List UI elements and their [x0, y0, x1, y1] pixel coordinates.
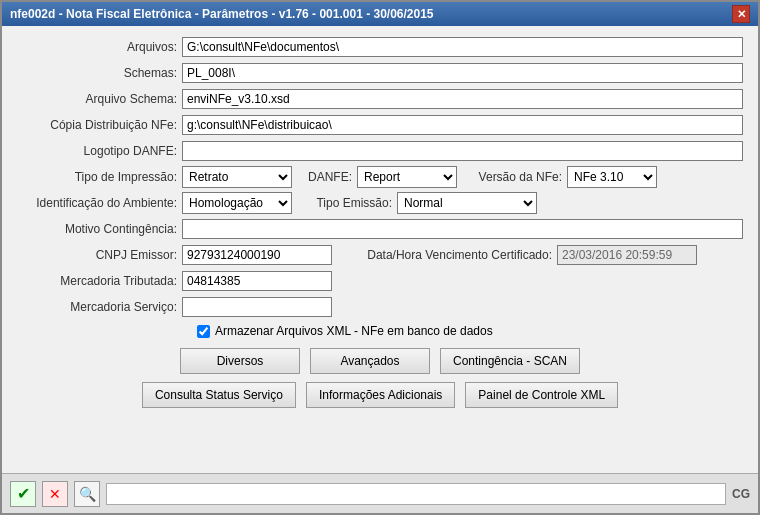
title-bar: nfe002d - Nota Fiscal Eletrônica - Parâm… — [2, 2, 758, 26]
versao-nfe-select[interactable]: NFe 3.10 NFe 4.00 — [567, 166, 657, 188]
id-ambiente-label: Identificação do Ambiente: — [17, 196, 177, 210]
mercadoria-tributada-label: Mercadoria Tributada: — [17, 274, 177, 288]
armazenar-label: Armazenar Arquivos XML - NFe em banco de… — [215, 324, 493, 338]
mercadoria-tributada-row: Mercadoria Tributada: — [17, 270, 743, 292]
main-window: nfe002d - Nota Fiscal Eletrônica - Parâm… — [0, 0, 760, 515]
data-hora-input[interactable] — [557, 245, 697, 265]
arquivo-schema-label: Arquivo Schema: — [17, 92, 177, 106]
logotipo-input[interactable] — [182, 141, 743, 161]
id-ambiente-row: Identificação do Ambiente: Homologação P… — [17, 192, 743, 214]
schemas-row: Schemas: — [17, 62, 743, 84]
tipo-impressao-label: Tipo de Impressão: — [17, 170, 177, 184]
buttons-row-2: Consulta Status Serviço Informações Adic… — [17, 382, 743, 408]
motivo-contingencia-label: Motivo Contingência: — [17, 222, 177, 236]
bottom-input[interactable] — [106, 483, 726, 505]
window-title: nfe002d - Nota Fiscal Eletrônica - Parâm… — [10, 7, 434, 21]
copia-dist-row: Cópia Distribuição NFe: — [17, 114, 743, 136]
informacoes-button[interactable]: Informações Adicionais — [306, 382, 455, 408]
copia-dist-input[interactable] — [182, 115, 743, 135]
close-button[interactable]: ✕ — [732, 5, 750, 23]
mercadoria-tributada-input[interactable] — [182, 271, 332, 291]
armazenar-row: Armazenar Arquivos XML - NFe em banco de… — [17, 324, 743, 338]
logotipo-row: Logotipo DANFE: — [17, 140, 743, 162]
motivo-contingencia-input[interactable] — [182, 219, 743, 239]
cnpj-label: CNPJ Emissor: — [17, 248, 177, 262]
zoom-icon: 🔍 — [79, 486, 96, 502]
schemas-label: Schemas: — [17, 66, 177, 80]
logotipo-label: Logotipo DANFE: — [17, 144, 177, 158]
consulta-status-button[interactable]: Consulta Status Serviço — [142, 382, 296, 408]
zoom-icon-button[interactable]: 🔍 — [74, 481, 100, 507]
arquivos-input[interactable] — [182, 37, 743, 57]
id-ambiente-select[interactable]: Homologação Produção — [182, 192, 292, 214]
cnpj-row: CNPJ Emissor: Data/Hora Vencimento Certi… — [17, 244, 743, 266]
bottom-bar: ✔ ✕ 🔍 CG — [2, 473, 758, 513]
versao-nfe-label: Versão da NFe: — [472, 170, 562, 184]
diversos-button[interactable]: Diversos — [180, 348, 300, 374]
check-icon: ✔ — [17, 484, 30, 503]
armazenar-checkbox[interactable] — [197, 325, 210, 338]
tipo-emissao-select[interactable]: Normal Contingência SCAN DPEC Contingênc… — [397, 192, 537, 214]
schemas-input[interactable] — [182, 63, 743, 83]
arquivos-label: Arquivos: — [17, 40, 177, 54]
x-icon: ✕ — [49, 486, 61, 502]
tipo-impressao-select[interactable]: Retrato Paisagem — [182, 166, 292, 188]
mercadoria-servico-label: Mercadoria Serviço: — [17, 300, 177, 314]
painel-xml-button[interactable]: Painel de Controle XML — [465, 382, 618, 408]
danfe-label: DANFE: — [297, 170, 352, 184]
confirm-icon-button[interactable]: ✔ — [10, 481, 36, 507]
arquivos-row: Arquivos: — [17, 36, 743, 58]
mercadoria-servico-row: Mercadoria Serviço: — [17, 296, 743, 318]
danfe-select[interactable]: Report PDF — [357, 166, 457, 188]
data-hora-label: Data/Hora Vencimento Certificado: — [337, 248, 552, 262]
motivo-contingencia-row: Motivo Contingência: — [17, 218, 743, 240]
cg-label: CG — [732, 487, 750, 501]
copia-dist-label: Cópia Distribuição NFe: — [17, 118, 177, 132]
contingencia-scan-button[interactable]: Contingência - SCAN — [440, 348, 580, 374]
arquivo-schema-input[interactable] — [182, 89, 743, 109]
buttons-row-1: Diversos Avançados Contingência - SCAN — [17, 348, 743, 374]
tipo-impressao-row: Tipo de Impressão: Retrato Paisagem DANF… — [17, 166, 743, 188]
tipo-emissao-label: Tipo Emissão: — [297, 196, 392, 210]
mercadoria-servico-input[interactable] — [182, 297, 332, 317]
cnpj-input[interactable] — [182, 245, 332, 265]
cancel-icon-button[interactable]: ✕ — [42, 481, 68, 507]
form-content: Arquivos: Schemas: Arquivo Schema: Cópia… — [2, 26, 758, 473]
avancados-button[interactable]: Avançados — [310, 348, 430, 374]
arquivo-schema-row: Arquivo Schema: — [17, 88, 743, 110]
